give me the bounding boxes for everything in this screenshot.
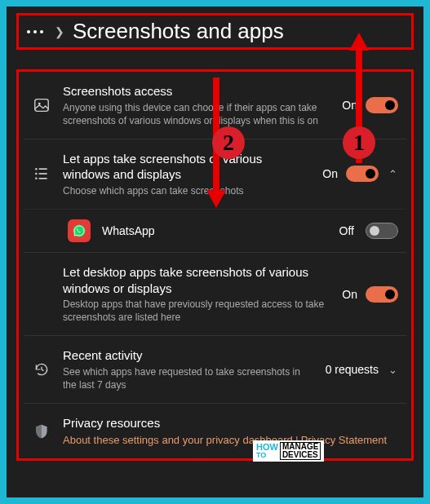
chevron-up-icon[interactable]: ⌃ xyxy=(387,168,398,180)
privacy-about-link[interactable]: About these settings and your privacy da… xyxy=(63,434,293,446)
toggle-state: On xyxy=(342,99,357,112)
screenshots-access-row: Screenshots access Anyone using this dev… xyxy=(24,72,406,139)
row-subtitle: Choose which apps can take screenshots xyxy=(63,184,311,197)
screenshots-access-toggle[interactable] xyxy=(366,97,398,113)
svg-rect-7 xyxy=(39,178,47,179)
row-title: Screenshots access xyxy=(63,83,330,99)
app-name: WhatsApp xyxy=(102,224,328,237)
desktop-apps-toggle[interactable] xyxy=(366,286,398,303)
chevron-right-icon: ❯ xyxy=(55,25,64,38)
settings-list: Screenshots access Anyone using this dev… xyxy=(16,69,414,461)
svg-rect-0 xyxy=(35,99,49,112)
requests-count: 0 requests xyxy=(326,363,379,376)
breadcrumb-header: ❯ Screenshots and apps xyxy=(16,13,414,50)
svg-point-2 xyxy=(35,168,38,170)
desktop-apps-row: Let desktop apps take screenshots of var… xyxy=(24,252,406,335)
image-icon xyxy=(32,96,51,114)
row-subtitle: Anyone using this device can choose if t… xyxy=(63,101,330,127)
whatsapp-toggle[interactable] xyxy=(366,223,398,239)
svg-rect-5 xyxy=(39,174,47,175)
toggle-state: On xyxy=(322,167,338,180)
row-subtitle: See which apps have requested to take sc… xyxy=(63,365,314,391)
history-icon xyxy=(32,361,51,378)
apps-screenshots-toggle[interactable] xyxy=(346,166,379,182)
svg-point-4 xyxy=(35,173,38,175)
row-title: Let desktop apps take screenshots of var… xyxy=(63,264,330,296)
whatsapp-icon xyxy=(68,219,91,242)
svg-point-6 xyxy=(35,178,38,180)
app-item-whatsapp: WhatsApp Off xyxy=(24,209,406,252)
privacy-statement-link[interactable]: Privacy Statement xyxy=(301,434,388,446)
row-title: Recent activity xyxy=(63,347,314,364)
chevron-down-icon[interactable]: ⌄ xyxy=(387,364,398,376)
shield-icon xyxy=(32,422,51,440)
toggle-state: On xyxy=(342,288,357,301)
more-icon[interactable] xyxy=(24,30,47,33)
row-subtitle: Desktop apps that have previously reques… xyxy=(63,298,330,324)
svg-rect-3 xyxy=(39,169,47,170)
privacy-resources-row: Privacy resources About these settings a… xyxy=(24,403,406,458)
page-title: Screenshots and apps xyxy=(73,19,284,44)
apps-screenshots-row[interactable]: Let apps take screenshots of various win… xyxy=(24,139,406,209)
list-icon xyxy=(32,166,51,182)
recent-activity-row[interactable]: Recent activity See which apps have requ… xyxy=(24,335,406,403)
toggle-state: Off xyxy=(339,224,354,237)
row-title: Let apps take screenshots of various win… xyxy=(63,151,311,183)
row-title: Privacy resources xyxy=(63,415,398,431)
